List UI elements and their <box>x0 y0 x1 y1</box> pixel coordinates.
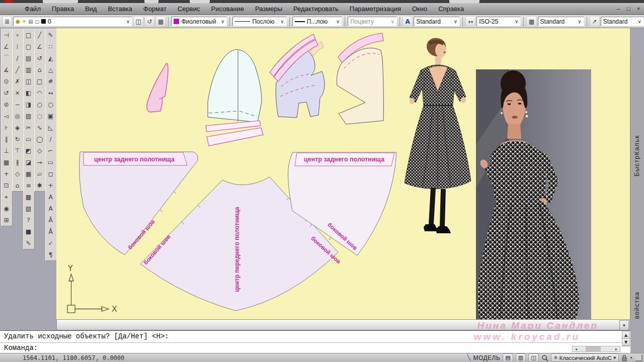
scrollbar-end-button[interactable]: ▾ <box>619 320 629 330</box>
front-bodice-piece[interactable] <box>337 33 383 124</box>
toolbar-icon-button[interactable]: → <box>35 156 44 168</box>
menu-item[interactable]: Файл <box>19 3 46 15</box>
scroll-down-icon[interactable]: ▼ <box>622 339 629 346</box>
toolbar-icon-button[interactable]: ◎ <box>13 110 22 122</box>
back-bodice-piece[interactable] <box>270 34 325 118</box>
toolbar-icon-button[interactable]: ▣ <box>46 110 55 122</box>
toolbar-icon-button[interactable]: ▩ <box>24 191 33 203</box>
tab-quickcalc[interactable]: БыстрКальк <box>633 114 640 176</box>
window-button[interactable]: × <box>635 5 642 12</box>
toolbar-icon-button[interactable]: ■ <box>24 226 33 237</box>
toolbar-icon-button[interactable]: ∠ <box>2 41 11 52</box>
table-style-icon[interactable]: ▦ <box>526 16 536 27</box>
toolbar-icon-button[interactable]: ◠ <box>35 87 44 99</box>
toolbar-icon-button[interactable]: ◺ <box>46 122 55 133</box>
toolbar-icon-button[interactable]: ∦ <box>13 156 22 168</box>
toolbar-icon-button[interactable]: + <box>46 179 55 191</box>
toolbar-icon-button[interactable]: ▦ <box>2 156 11 168</box>
mleader-style-icon[interactable]: ↗ <box>590 16 600 27</box>
toolbar-icon-button[interactable]: ∘ <box>13 29 22 41</box>
toolbar-icon-button[interactable]: □ <box>35 75 44 87</box>
toolbar-icon-button[interactable]: # <box>46 75 55 87</box>
toolbar-icon-button[interactable]: ◇ <box>35 145 44 156</box>
quick-view-button[interactable]: ◫ <box>528 353 538 362</box>
tab-properties[interactable]: Свойства <box>633 272 640 324</box>
cursor-coordinates[interactable]: 1564.1101, 1180.6057, 0.0000 <box>23 354 124 361</box>
toolbar-icon-button[interactable]: ▧ <box>24 110 33 122</box>
fashion-sketch-image[interactable] <box>405 38 471 233</box>
menu-item[interactable]: Вставка <box>102 3 137 15</box>
toolbar-icon-button[interactable]: ◫ <box>24 75 33 87</box>
label-front-panel[interactable]: центр переднего полотнища <box>233 207 240 292</box>
toolbar-icon-button[interactable]: ⊤ <box>13 145 22 156</box>
toolbar-icon-button[interactable]: ⁞ <box>13 41 22 52</box>
toolbar-icon-button[interactable]: ⌐ <box>46 145 55 156</box>
scroll-up-icon[interactable]: ▲ <box>622 332 629 339</box>
toolbar-icon-button[interactable]: ◧ <box>24 87 33 99</box>
toolbar-icon-button[interactable]: ▥ <box>24 64 33 75</box>
toolbar-icon-button[interactable]: ∿ <box>35 122 44 133</box>
layer-states-button[interactable]: ◫ <box>133 16 143 27</box>
status-menu-dot-icon[interactable]: • <box>630 354 633 361</box>
toolbar-icon-button[interactable]: ⊥ <box>2 145 11 156</box>
toolbar-icon-button[interactable]: ∕ <box>46 133 55 145</box>
toolbar-icon-button[interactable]: ⌒ <box>2 52 11 64</box>
workspace-switcher[interactable]: ✳ Классический AutoC ▾ <box>551 353 619 362</box>
chevron-down-icon[interactable]: ∨ <box>126 19 130 24</box>
menu-item[interactable]: Правка <box>46 3 79 15</box>
toolbar-icon-button[interactable]: ▤ <box>24 52 33 64</box>
menu-item[interactable]: Размеры <box>250 3 288 15</box>
layer-isolate-button[interactable]: ▦ <box>155 16 166 27</box>
scroll-left-icon[interactable]: ◂ <box>573 347 580 351</box>
menu-item[interactable]: Редактировать <box>288 3 344 15</box>
toolbar-icon-button[interactable]: ◭ <box>46 52 55 64</box>
drawing-canvas[interactable]: центр заднего полотнища боковой шов цент… <box>56 28 630 319</box>
window-button[interactable]: □ <box>625 5 632 12</box>
toolbar-icon-button[interactable]: ▱ <box>35 168 44 179</box>
toolbar-icon-button[interactable]: ✎ <box>24 237 33 249</box>
chevron-down-icon[interactable]: ∨ <box>515 19 518 24</box>
toolbar-icon-button[interactable]: ∠ <box>35 41 44 52</box>
chevron-down-icon[interactable]: ∨ <box>578 19 581 24</box>
toolbar-icon-button[interactable]: ⊦ <box>2 122 11 133</box>
color-combo[interactable]: Фиолетовый ∨ <box>171 17 227 26</box>
toolbar-icon-button[interactable]: ◯ <box>35 133 44 145</box>
toolbar-icon-button[interactable]: ◻ <box>46 168 55 179</box>
toolbar-icon-button[interactable]: ⊡ <box>2 179 11 191</box>
lock-icon[interactable] <box>621 354 627 361</box>
menu-item[interactable]: Вид <box>79 3 103 15</box>
toolbar-icon-button[interactable]: ✗ <box>13 75 22 87</box>
collar-facing-piece[interactable] <box>147 63 168 112</box>
toolbar-icon-button[interactable]: ╱ <box>35 29 44 41</box>
mleader-style-combo[interactable]: Standard ∨ <box>601 17 644 26</box>
toolbar-icon-button[interactable]: ▢ <box>24 41 33 52</box>
window-button[interactable]: – <box>615 5 622 12</box>
toolbar-icon-button[interactable]: ✂ <box>24 122 33 133</box>
toolbar-icon-button[interactable]: ¶ <box>46 249 55 260</box>
toolbar-icon-button[interactable]: + <box>2 168 11 179</box>
linetype-combo[interactable]: Послою ∨ <box>232 17 286 26</box>
menu-item[interactable]: Формат <box>138 3 172 15</box>
toolbar-icon-button[interactable]: ◅ <box>2 110 11 122</box>
toolbar-icon-button[interactable]: ▨ <box>24 203 33 214</box>
annotation-pencil-icon[interactable]: ╲ <box>467 354 471 361</box>
toolbar-icon-button[interactable]: □ <box>24 29 33 41</box>
toolbar-icon-button[interactable]: △ <box>46 64 55 75</box>
toolbar-icon-button[interactable]: A <box>46 203 55 214</box>
command-vertical-scrollbar[interactable]: ▲ ▼ <box>622 331 630 346</box>
toolbar-icon-button[interactable]: × <box>13 87 22 99</box>
scroll-right-icon[interactable]: ▸ <box>613 347 620 351</box>
toolbar-icon-button[interactable]: ⌂ <box>35 64 44 75</box>
toolbar-icon-button[interactable]: ⊙ <box>2 75 11 87</box>
toolbar-icon-button[interactable]: ↔ <box>46 87 55 99</box>
drawing[interactable]: центр заднего полотнища боковой шов цент… <box>56 28 630 319</box>
text-style-icon[interactable]: A <box>403 16 413 27</box>
model-space-button[interactable]: МОДЕЛЬ <box>473 354 500 361</box>
chevron-down-icon[interactable]: ∨ <box>280 19 284 24</box>
toolbar-icon-button[interactable]: ◪ <box>24 156 33 168</box>
toolbar-icon-button[interactable]: ? <box>24 214 33 226</box>
toolbar-icon-button[interactable]: ◩ <box>24 145 33 156</box>
toolbar-icon-button[interactable]: ○ <box>35 99 44 110</box>
menu-item[interactable]: Сервис <box>172 3 206 15</box>
toolbar-icon-button[interactable]: ◌ <box>35 110 44 122</box>
